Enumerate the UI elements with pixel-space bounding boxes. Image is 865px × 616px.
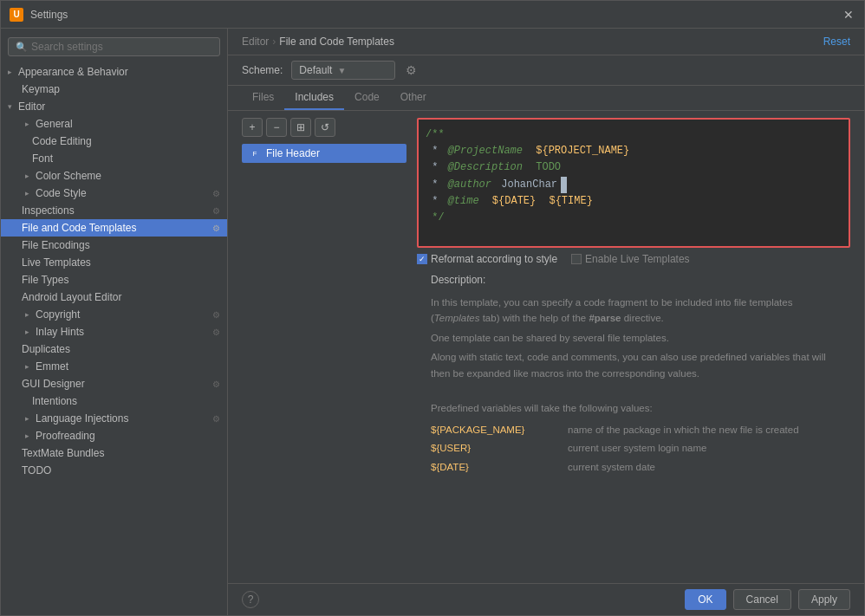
- editor-area: + − ⊞ ↺ F File Header /**: [228, 111, 864, 583]
- code-line-3: * @Description TODO: [426, 159, 842, 176]
- scheme-row: Scheme: Default ▼ ⚙: [228, 55, 864, 86]
- gear-icon: ⚙: [212, 414, 220, 424]
- sidebar-item-file-code-templates[interactable]: File and Code Templates ⚙: [1, 219, 227, 237]
- sidebar-item-label: File Encodings: [22, 239, 90, 251]
- sidebar-item-gui-designer[interactable]: GUI Designer ⚙: [1, 375, 227, 392]
- template-item-file-header[interactable]: F File Header: [242, 144, 406, 163]
- reformat-checkbox-label[interactable]: ✓ Reformat according to style: [417, 253, 557, 265]
- reset-button[interactable]: ↺: [315, 118, 335, 137]
- cancel-button[interactable]: Cancel: [733, 589, 791, 610]
- reformat-checkbox[interactable]: ✓: [417, 254, 427, 264]
- tab-other[interactable]: Other: [390, 86, 437, 110]
- sidebar-item-code-editing[interactable]: Code Editing: [1, 133, 227, 150]
- sidebar-item-label: Font: [32, 152, 53, 165]
- sidebar-item-color-scheme[interactable]: ▸ Color Scheme: [1, 167, 227, 185]
- sidebar-item-label: Code Editing: [32, 135, 92, 147]
- sidebar-item-general[interactable]: ▸ General: [1, 115, 227, 133]
- expand-arrow: ▸: [22, 309, 32, 320]
- table-row: ${PACKAGE_NAME} name of the package in w…: [431, 422, 836, 438]
- sidebar-item-label: GUI Designer: [22, 378, 85, 390]
- code-text: @Description: [448, 159, 523, 176]
- tab-files[interactable]: Files: [242, 86, 284, 110]
- code-line-5: * @time ${DATE} ${TIME}: [426, 193, 842, 210]
- live-templates-checkbox[interactable]: [571, 254, 582, 264]
- sidebar-item-keymap[interactable]: Keymap: [1, 81, 227, 98]
- code-text: ${PROJECT_NAME}: [536, 143, 629, 159]
- sidebar-item-editor[interactable]: ▾ Editor: [1, 98, 227, 115]
- expand-arrow: ▸: [22, 188, 32, 198]
- code-text: *: [426, 143, 445, 159]
- sidebar-item-label: Live Templates: [22, 256, 91, 269]
- var-desc: current user system login name: [568, 440, 706, 456]
- sidebar-item-textmate-bundles[interactable]: TextMate Bundles: [1, 444, 227, 462]
- sidebar-item-appearance[interactable]: ▸ Appearance & Behavior: [1, 63, 227, 81]
- scheme-value: Default: [299, 64, 332, 76]
- expand-arrow: ▸: [22, 119, 32, 129]
- gear-icon: ⚙: [212, 206, 220, 216]
- sidebar-item-live-templates[interactable]: Live Templates: [1, 254, 227, 271]
- tab-code[interactable]: Code: [344, 86, 390, 110]
- live-templates-label: Enable Live Templates: [585, 253, 690, 265]
- sidebar-item-file-encodings[interactable]: File Encodings: [1, 237, 227, 254]
- copy-button[interactable]: ⊞: [290, 118, 311, 137]
- sidebar-item-label: Copyright: [36, 308, 80, 321]
- breadcrumb-parent: Editor: [242, 36, 269, 48]
- code-editor[interactable]: /** * @ProjectName ${PROJECT_NAME} * @De…: [417, 118, 850, 248]
- code-text: @time: [448, 193, 479, 210]
- add-button[interactable]: +: [242, 118, 263, 137]
- sidebar-item-language-injections[interactable]: ▸ Language Injections ⚙: [1, 410, 227, 427]
- sidebar-item-label: Intentions: [32, 395, 77, 407]
- sidebar-item-label: Emmet: [36, 360, 68, 373]
- sidebar-item-label: File and Code Templates: [22, 222, 137, 234]
- sidebar-item-copyright[interactable]: ▸ Copyright ⚙: [1, 306, 227, 323]
- window-title: Settings: [30, 9, 68, 21]
- gear-icon: ⚙: [212, 379, 220, 389]
- sidebar-item-label: Language Injections: [36, 412, 128, 425]
- scheme-select[interactable]: Default ▼: [291, 61, 395, 80]
- help-button[interactable]: ?: [242, 591, 259, 608]
- sidebar-item-duplicates[interactable]: Duplicates: [1, 340, 227, 358]
- code-text: TODO: [536, 159, 561, 176]
- template-item-label: File Header: [266, 147, 320, 159]
- search-input[interactable]: [31, 41, 212, 53]
- var-desc: current system date: [568, 459, 655, 475]
- template-list: + − ⊞ ↺ F File Header: [242, 118, 406, 576]
- code-text: */: [426, 210, 445, 226]
- reset-link[interactable]: Reset: [823, 36, 850, 48]
- sidebar-item-android-layout-editor[interactable]: Android Layout Editor: [1, 289, 227, 306]
- sidebar-item-inspections[interactable]: Inspections ⚙: [1, 202, 227, 219]
- search-box[interactable]: 🔍: [8, 37, 220, 56]
- sidebar-item-file-types[interactable]: File Types: [1, 271, 227, 289]
- tab-includes[interactable]: Includes: [284, 86, 344, 110]
- template-file-icon: F: [249, 147, 261, 159]
- code-text: *: [426, 193, 445, 210]
- scheme-gear-icon[interactable]: ⚙: [404, 62, 419, 79]
- description-content: In this template, you can specify a code…: [417, 289, 850, 576]
- sidebar-item-intentions[interactable]: Intentions: [1, 392, 227, 410]
- code-line-2: * @ProjectName ${PROJECT_NAME}: [426, 143, 842, 159]
- sidebar-item-label: Keymap: [22, 83, 60, 95]
- sidebar-item-label: General: [36, 118, 73, 130]
- sidebar-item-emmet[interactable]: ▸ Emmet: [1, 358, 227, 375]
- sidebar-item-label: TODO: [22, 464, 51, 477]
- ok-button[interactable]: OK: [685, 589, 725, 610]
- close-button[interactable]: ✕: [842, 8, 855, 22]
- gear-icon: ⚙: [212, 189, 220, 198]
- desc-text-2: One template can be shared by several fi…: [431, 330, 836, 346]
- scheme-label: Scheme:: [242, 64, 283, 76]
- sidebar-item-label: File Types: [22, 274, 68, 286]
- sidebar-item-code-style[interactable]: ▸ Code Style ⚙: [1, 185, 227, 202]
- sidebar-item-inlay-hints[interactable]: ▸ Inlay Hints ⚙: [1, 323, 227, 340]
- sidebar-item-todo[interactable]: TODO: [1, 462, 227, 479]
- live-templates-checkbox-label[interactable]: Enable Live Templates: [571, 253, 690, 265]
- expand-arrow: ▸: [4, 67, 15, 77]
- main-content: 🔍 ▸ Appearance & Behavior Keymap ▾ Edito…: [1, 29, 864, 615]
- list-toolbar: + − ⊞ ↺: [242, 118, 406, 137]
- sidebar-item-proofreading[interactable]: ▸ Proofreading: [1, 427, 227, 444]
- var-name: ${DATE}: [431, 459, 561, 475]
- remove-button[interactable]: −: [266, 118, 287, 137]
- sidebar: 🔍 ▸ Appearance & Behavior Keymap ▾ Edito…: [1, 29, 228, 615]
- apply-button[interactable]: Apply: [798, 589, 850, 610]
- panel-header: Editor › File and Code Templates Reset: [228, 29, 864, 55]
- sidebar-item-font[interactable]: Font: [1, 150, 227, 167]
